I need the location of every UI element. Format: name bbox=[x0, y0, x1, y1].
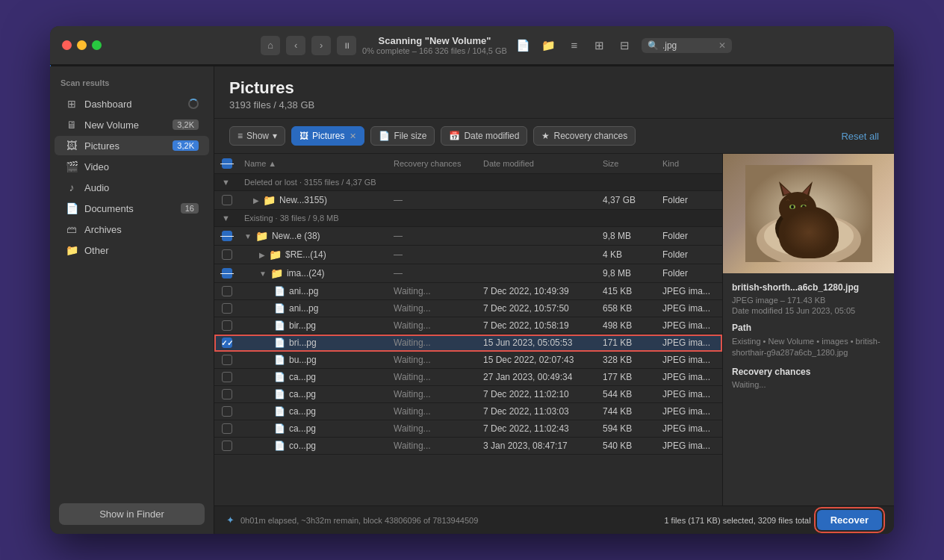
row-checkbox[interactable] bbox=[222, 355, 232, 365]
home-button[interactable]: ⌂ bbox=[261, 36, 280, 55]
sidebar-item-label: Pictures bbox=[84, 140, 167, 152]
table-row[interactable]: ▶ 📁 New...3155) — 4,37 GB Folder bbox=[214, 191, 722, 210]
file-icon: 📄 bbox=[274, 441, 285, 451]
pause-button[interactable]: ⏸ bbox=[337, 36, 356, 55]
date-cell: 27 Jan 2023, 00:49:34 bbox=[483, 372, 603, 382]
expand-icon[interactable]: ▼ bbox=[259, 270, 267, 278]
expand-icon[interactable]: ▶ bbox=[259, 251, 265, 259]
sidebar-item-dashboard[interactable]: ⊞ Dashboard bbox=[55, 94, 209, 113]
row-checkbox[interactable] bbox=[222, 423, 232, 434]
sidebar-item-documents[interactable]: 📄 Documents 16 bbox=[55, 199, 209, 218]
sidebar-item-label: Other bbox=[84, 245, 199, 256]
size-cell: 594 KB bbox=[603, 423, 662, 434]
col-recovery[interactable]: Recovery chances bbox=[394, 158, 483, 169]
col-kind[interactable]: Kind bbox=[662, 158, 722, 169]
main-window: ⌂ ‹ › ⏸ Scanning "New Volume" 0% complet… bbox=[50, 26, 894, 534]
pictures-filter-close-icon[interactable]: ✕ bbox=[350, 131, 356, 141]
row-checkbox[interactable] bbox=[222, 286, 232, 296]
date-modified-filter-btn[interactable]: 📅 Date modified bbox=[441, 126, 527, 146]
table-row[interactable]: 📄ca...pg Waiting... 27 Jan 2023, 00:49:3… bbox=[214, 369, 722, 386]
row-checkbox[interactable] bbox=[222, 195, 232, 205]
file-name-label: ca...pg bbox=[289, 372, 316, 382]
date-cell: 7 Dec 2022, 11:02:43 bbox=[483, 423, 603, 434]
recovery-chances-filter-btn[interactable]: ★ Recovery chances bbox=[533, 126, 636, 146]
folder-name-label: New...e (38) bbox=[272, 231, 320, 241]
existing-collapse-icon[interactable]: ▼ bbox=[222, 214, 244, 223]
traffic-lights bbox=[62, 40, 102, 50]
close-button[interactable] bbox=[62, 40, 72, 50]
folder-icon-btn[interactable]: 📁 bbox=[538, 35, 559, 56]
minimize-button[interactable] bbox=[77, 40, 87, 50]
kind-cell: JPEG ima... bbox=[662, 355, 722, 365]
sidebar-item-audio[interactable]: ♪ Audio bbox=[55, 178, 209, 197]
file-icon: 📄 bbox=[274, 372, 285, 382]
table-row[interactable]: ▶ 📁 $RE...(14) — 4 KB Folder bbox=[214, 246, 722, 264]
filter-icon: ≡ bbox=[237, 131, 243, 141]
expand-icon[interactable]: ▶ bbox=[253, 196, 259, 205]
file-name-label: ca...pg bbox=[289, 423, 316, 434]
expand-icon[interactable]: ▼ bbox=[244, 232, 252, 240]
table-row[interactable]: — ▼ 📁 New...e (38) — 9,8 MB Folder bbox=[214, 227, 722, 246]
sidebar-item-pictures[interactable]: 🖼 Pictures 3,2K bbox=[55, 136, 209, 155]
maximize-button[interactable] bbox=[92, 40, 102, 50]
file-icon: 📄 bbox=[274, 286, 285, 296]
row-checkbox[interactable] bbox=[222, 372, 232, 382]
file-size-filter-btn[interactable]: 📄 File size bbox=[370, 126, 435, 146]
file-name-label: ani...pg bbox=[289, 286, 318, 296]
table-row[interactable]: ✓ 📄bri...pg Waiting... 15 Jun 2023, 05:0… bbox=[214, 335, 722, 352]
table-row[interactable]: 📄ca...pg Waiting... 7 Dec 2022, 11:02:10… bbox=[214, 386, 722, 403]
deleted-collapse-icon[interactable]: ▼ bbox=[222, 178, 244, 187]
col-date[interactable]: Date modified bbox=[483, 158, 603, 169]
sidebar-item-archives[interactable]: 🗃 Archives bbox=[55, 220, 209, 239]
search-input[interactable] bbox=[662, 40, 715, 51]
sidebar-item-label: Dashboard bbox=[84, 99, 182, 110]
recover-button[interactable]: Recover bbox=[817, 510, 882, 530]
row-checkbox[interactable] bbox=[222, 441, 232, 451]
doc-icon-btn[interactable]: 📄 bbox=[513, 35, 534, 56]
forward-button[interactable]: › bbox=[311, 36, 331, 55]
content-title: Pictures bbox=[229, 78, 879, 98]
table-row[interactable]: 📄bir...pg Waiting... 7 Dec 2022, 10:58:1… bbox=[214, 317, 722, 335]
back-button[interactable]: ‹ bbox=[286, 36, 305, 55]
file-name-label: ca...pg bbox=[289, 406, 316, 417]
row-checkbox[interactable]: ✓ bbox=[222, 337, 232, 348]
star-icon: ★ bbox=[541, 131, 550, 141]
table-row[interactable]: 📄ani...pg Waiting... 7 Dec 2022, 10:49:3… bbox=[214, 283, 722, 300]
preview-date-value: 15 Jun 2023, 05:05 bbox=[785, 306, 855, 315]
row-checkbox[interactable] bbox=[222, 320, 232, 331]
row-checkbox[interactable] bbox=[222, 303, 232, 314]
search-clear-icon[interactable]: ✕ bbox=[718, 40, 726, 51]
kind-cell: JPEG ima... bbox=[662, 303, 722, 314]
sidebar-item-new-volume[interactable]: 🖥 New Volume 3,2K bbox=[55, 115, 209, 134]
grid-icon-btn[interactable]: ⊞ bbox=[589, 35, 610, 56]
table-row[interactable]: 📄ca...pg Waiting... 7 Dec 2022, 11:02:43… bbox=[214, 420, 722, 438]
recovery-cell: Waiting... bbox=[394, 423, 483, 434]
row-checkbox[interactable] bbox=[222, 389, 232, 399]
size-cell: 171 KB bbox=[603, 337, 662, 348]
table-row[interactable]: 📄ani...pg Waiting... 7 Dec 2022, 10:57:5… bbox=[214, 300, 722, 317]
show-in-finder-button[interactable]: Show in Finder bbox=[59, 503, 205, 525]
table-row[interactable]: — ▼ 📁 ima...(24) — 9,8 MB Folder bbox=[214, 264, 722, 283]
table-row[interactable]: 📄ca...pg Waiting... 7 Dec 2022, 11:03:03… bbox=[214, 403, 722, 420]
sidebar-item-other[interactable]: 📁 Other bbox=[55, 240, 209, 260]
reset-all-button[interactable]: Reset all bbox=[841, 131, 879, 142]
show-filter-btn[interactable]: ≡ Show ▾ bbox=[229, 126, 285, 146]
pictures-filter-btn[interactable]: 🖼 Pictures ✕ bbox=[291, 126, 364, 146]
kind-cell: JPEG ima... bbox=[662, 337, 722, 348]
sidebar-item-video[interactable]: 🎬 Video bbox=[55, 157, 209, 176]
select-all-checkbox[interactable]: — bbox=[222, 158, 232, 169]
split-icon-btn[interactable]: ⊟ bbox=[615, 35, 636, 56]
recovery-cell: Waiting... bbox=[394, 286, 483, 296]
row-checkbox[interactable] bbox=[222, 249, 232, 260]
row-checkbox[interactable] bbox=[222, 406, 232, 417]
folder-name-label: ima...(24) bbox=[287, 268, 325, 279]
row-checkbox[interactable]: — bbox=[222, 231, 232, 241]
table-row[interactable]: 📄co...pg Waiting... 3 Jan 2023, 08:47:17… bbox=[214, 438, 722, 455]
col-name[interactable]: Name ▲ bbox=[244, 158, 394, 169]
row-checkbox[interactable]: — bbox=[222, 268, 232, 279]
recovery-cell: — bbox=[394, 231, 483, 241]
audio-icon: ♪ bbox=[65, 181, 78, 193]
col-size[interactable]: Size bbox=[603, 158, 662, 169]
list-icon-btn[interactable]: ≡ bbox=[564, 35, 585, 56]
table-row[interactable]: 📄bu...pg Waiting... 15 Dec 2022, 02:07:4… bbox=[214, 352, 722, 369]
